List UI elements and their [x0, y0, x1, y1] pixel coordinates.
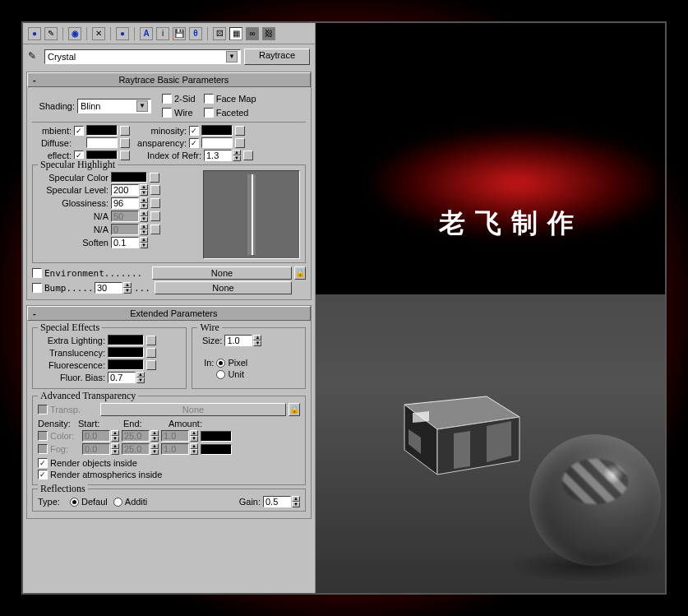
bump-amount-input[interactable]: [95, 282, 122, 294]
dice-icon[interactable]: ⚄: [213, 27, 226, 40]
wire-units-radio[interactable]: [216, 370, 225, 379]
picker-icon[interactable]: ✎: [44, 27, 58, 40]
wire-checkbox[interactable]: [162, 108, 172, 118]
spec-level-map-button[interactable]: [150, 185, 160, 195]
face-map-checkbox[interactable]: [204, 94, 214, 104]
shading-select[interactable]: Blinn ▼: [77, 99, 151, 113]
spin-down-icon[interactable]: ▼: [140, 190, 148, 196]
spin-up-icon[interactable]: ▲: [140, 237, 148, 243]
wire-size-input[interactable]: [224, 335, 252, 346]
wire-size-spinner[interactable]: ▲▼: [224, 335, 261, 346]
spin-up-icon[interactable]: ▲: [253, 335, 261, 340]
transparency-map-button[interactable]: [235, 138, 245, 148]
go-parent-icon[interactable]: ◉: [68, 27, 81, 40]
bump-checkbox[interactable]: [32, 283, 42, 293]
a-icon[interactable]: A: [140, 27, 153, 40]
material-type-button[interactable]: Raytrace: [244, 49, 310, 65]
spin-up-icon[interactable]: ▲: [136, 372, 145, 377]
spin-down-icon[interactable]: ▼: [136, 377, 145, 383]
save-icon[interactable]: 💾: [173, 27, 186, 40]
rollout-basic-header[interactable]: - Raytrace Basic Parameters: [27, 72, 311, 87]
gain-input[interactable]: [263, 496, 291, 507]
wire-pixels-radio[interactable]: [216, 359, 225, 368]
fog-density-swatch[interactable]: [201, 444, 232, 455]
render-atmos-checkbox[interactable]: [38, 470, 48, 479]
luminosity-map-button[interactable]: [235, 126, 245, 136]
ior-input[interactable]: [204, 150, 232, 161]
gain-spinner[interactable]: ▲▼: [263, 496, 300, 507]
ior-spinner[interactable]: ▲▼: [204, 150, 241, 161]
type-default-radio[interactable]: [70, 498, 79, 507]
luminosity-checkbox[interactable]: [189, 126, 199, 136]
color-density-swatch[interactable]: [201, 431, 232, 442]
color-end-input: [122, 430, 150, 442]
fluor-bias-spinner[interactable]: ▲▼: [108, 372, 145, 383]
extra-lighting-swatch[interactable]: [108, 335, 144, 345]
fluor-bias-input[interactable]: [108, 372, 136, 383]
translucency-swatch[interactable]: [108, 347, 144, 358]
spin-up-icon[interactable]: ▲: [292, 496, 300, 502]
two-sided-checkbox[interactable]: [162, 94, 172, 104]
chain-icon[interactable]: ⛓: [262, 27, 275, 40]
spec-color-map-button[interactable]: [150, 173, 159, 183]
eyedropper-icon[interactable]: ✎: [28, 50, 41, 63]
spin-up-icon[interactable]: ▲: [140, 184, 148, 190]
translucency-map-button[interactable]: [146, 348, 156, 358]
glossiness-spinner[interactable]: ▲▼: [111, 197, 148, 209]
bump-map-button[interactable]: None: [155, 281, 292, 294]
extra-lighting-map-button[interactable]: [146, 336, 156, 345]
material-name-select[interactable]: Crystal ▼: [44, 49, 241, 64]
make-preview-icon[interactable]: ●: [116, 27, 129, 40]
environment-map-button[interactable]: None: [152, 266, 292, 280]
fluorescence-swatch[interactable]: [108, 359, 144, 370]
bump-amount-spinner[interactable]: ▲▼: [95, 282, 132, 294]
spin-up-icon[interactable]: ▲: [233, 150, 241, 155]
spin-down-icon[interactable]: ▼: [140, 243, 148, 248]
spin-up-icon[interactable]: ▲: [123, 282, 132, 288]
sample-sphere-icon[interactable]: ●: [28, 27, 41, 40]
glossiness-input[interactable]: [111, 197, 139, 209]
theta-icon[interactable]: θ: [189, 27, 202, 40]
spec-level-input[interactable]: [111, 184, 139, 196]
luminosity-swatch[interactable]: [201, 125, 233, 136]
spin-down-icon[interactable]: ▼: [233, 155, 241, 161]
reflect-map-button[interactable]: [120, 151, 130, 160]
ambient-checkbox[interactable]: [74, 126, 84, 136]
environment-checkbox[interactable]: [32, 268, 42, 278]
start-label: Start:: [78, 419, 121, 428]
ambient-map-button[interactable]: [120, 126, 130, 136]
diffuse-map-button[interactable]: [120, 138, 130, 148]
spin-up-icon[interactable]: ▲: [140, 197, 148, 203]
transparency-checkbox[interactable]: [189, 138, 199, 148]
transparency-swatch[interactable]: [201, 137, 233, 148]
dropdown-arrow-icon[interactable]: ▼: [226, 51, 238, 63]
spin-down-icon[interactable]: ▼: [140, 203, 148, 209]
delete-icon[interactable]: ✕: [92, 27, 105, 40]
spin-down-icon[interactable]: ▼: [123, 288, 132, 294]
rollout-extended-header[interactable]: - Extended Parameters: [27, 306, 311, 321]
spin-down-icon[interactable]: ▼: [292, 502, 300, 507]
wire-size-label: Size:: [197, 336, 222, 345]
transp-lock-icon[interactable]: 🔒: [289, 403, 300, 416]
soften-spinner[interactable]: ▲▼: [111, 237, 148, 248]
shading-value: Blinn: [81, 101, 100, 111]
dropdown-arrow-icon[interactable]: ▼: [136, 100, 148, 112]
spin-down-icon[interactable]: ▼: [253, 340, 261, 346]
spec-color-swatch[interactable]: [111, 172, 147, 183]
soften-input[interactable]: [111, 237, 139, 248]
fluorescence-map-button[interactable]: [146, 360, 156, 370]
ambient-swatch[interactable]: [86, 125, 118, 136]
links-icon[interactable]: ∞: [246, 27, 259, 40]
faceted-checkbox[interactable]: [204, 108, 214, 118]
ior-map-button[interactable]: [243, 151, 253, 160]
environment-lock-icon[interactable]: 🔒: [294, 266, 306, 280]
glossiness-map-button[interactable]: [150, 198, 160, 208]
na1-map-button[interactable]: [150, 211, 160, 221]
table-icon[interactable]: ▦: [229, 27, 242, 40]
type-additive-radio[interactable]: [113, 498, 122, 507]
diffuse-swatch[interactable]: [86, 137, 118, 148]
i-icon[interactable]: i: [156, 27, 169, 40]
render-objects-checkbox[interactable]: [38, 458, 48, 468]
spec-level-spinner[interactable]: ▲▼: [111, 184, 148, 196]
na2-map-button[interactable]: [150, 225, 160, 234]
